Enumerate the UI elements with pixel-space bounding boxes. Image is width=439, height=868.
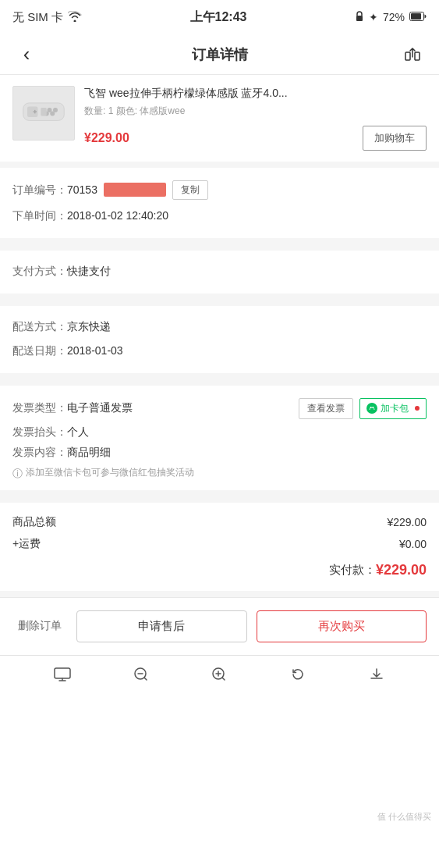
invoice-header-value: 个人 <box>67 425 427 439</box>
order-id-redacted <box>104 183 166 197</box>
pay-method-label: 支付方式： <box>12 263 67 279</box>
delivery-date-label: 配送日期： <box>12 343 67 359</box>
product-card: 飞智 wee拉伸手柄柠檬绿体感版 蓝牙4.0... 数量: 1 颜色: 体感版w… <box>0 75 439 168</box>
delivery-date-row: 配送日期： 2018-01-03 <box>12 343 427 359</box>
after-sale-button[interactable]: 申请售后 <box>76 610 247 642</box>
order-time-label: 下单时间： <box>12 208 67 224</box>
status-bar: 无 SIM 卡 上午12:43 ✦ 72% <box>0 0 439 34</box>
zoom-in-icon[interactable] <box>205 660 233 688</box>
subtotal-label: 商品总额 <box>12 515 56 529</box>
product-name: 飞智 wee拉伸手柄柠檬绿体感版 蓝牙4.0... <box>84 86 427 101</box>
invoice-type-value: 电子普通发票 <box>67 401 299 415</box>
total-label: 实付款： <box>329 563 376 578</box>
wechat-icon <box>366 403 377 414</box>
delete-order-button[interactable]: 删除订单 <box>12 619 67 633</box>
bluetooth-icon: ✦ <box>369 11 378 23</box>
svg-rect-2 <box>411 13 421 20</box>
total-amount: ¥229.00 <box>376 562 427 578</box>
status-right: ✦ 72% <box>355 11 427 24</box>
bottom-actions: 删除订单 申请售后 再次购买 <box>0 597 439 655</box>
invoice-type-row: 发票类型： 电子普通发票 查看发票 加卡包 <box>12 398 427 419</box>
lock-icon <box>355 11 364 24</box>
wechat-label: 加卡包 <box>381 402 409 415</box>
battery-percent: 72% <box>383 11 405 23</box>
subtotal-row: 商品总额 ¥229.00 <box>12 515 427 529</box>
svg-point-9 <box>50 111 55 116</box>
total-row: 实付款： ¥229.00 <box>12 562 427 578</box>
rebuy-button[interactable]: 再次购买 <box>257 610 427 642</box>
invoice-content-row: 发票内容： 商品明细 <box>12 446 427 460</box>
order-time-value: 2018-01-02 12:40:20 <box>67 208 427 224</box>
pay-method-value: 快捷支付 <box>67 263 427 279</box>
subtotal-amount: ¥229.00 <box>387 516 427 528</box>
order-time-row: 下单时间： 2018-01-02 12:40:20 <box>12 208 427 224</box>
carrier-text: 无 SIM 卡 <box>12 10 63 25</box>
monitor-icon[interactable] <box>48 660 76 688</box>
invoice-actions: 查看发票 加卡包 <box>299 398 427 419</box>
shipping-amount: ¥0.00 <box>399 538 427 550</box>
delivery-method-label: 配送方式： <box>12 318 67 335</box>
svg-rect-11 <box>41 108 47 116</box>
back-button[interactable]: ‹ <box>12 41 41 69</box>
download-icon[interactable] <box>363 660 391 688</box>
invoice-header-row: 发票抬头： 个人 <box>12 425 427 439</box>
refresh-icon[interactable] <box>284 660 312 688</box>
status-left: 无 SIM 卡 <box>12 10 82 25</box>
notification-dot <box>415 406 420 411</box>
delivery-date-value: 2018-01-03 <box>67 343 427 359</box>
info-icon: ⓘ <box>12 467 23 481</box>
price-summary: 商品总额 ¥229.00 +运费 ¥0.00 实付款： ¥229.00 <box>0 496 439 597</box>
product-info: 飞智 wee拉伸手柄柠檬绿体感版 蓝牙4.0... 数量: 1 颜色: 体感版w… <box>84 86 427 151</box>
product-image <box>12 86 75 141</box>
share-button[interactable] <box>398 41 427 69</box>
order-number-value: 70153 复制 <box>67 180 427 200</box>
wifi-icon <box>68 11 82 24</box>
invoice-content-label: 发票内容： <box>12 446 67 460</box>
invoice-content-value: 商品明细 <box>67 446 427 460</box>
zoom-out-icon[interactable] <box>127 660 155 688</box>
status-time: 上午12:43 <box>190 9 247 26</box>
bottom-toolbar <box>0 655 439 694</box>
nav-bar: ‹ 订单详情 <box>0 34 439 75</box>
nav-title: 订单详情 <box>192 45 248 64</box>
product-meta: 数量: 1 颜色: 体感版wee <box>84 105 427 118</box>
invoice-hint: ⓘ 添加至微信卡包可参与微信红包抽奖活动 <box>12 466 427 481</box>
pay-method-row: 支付方式： 快捷支付 <box>12 263 427 279</box>
delivery-method-row: 配送方式： 京东快递 <box>12 318 427 335</box>
shipping-row: +运费 ¥0.00 <box>12 537 427 551</box>
watermark: 值 什么值得买 <box>377 811 431 823</box>
copy-button[interactable]: 复制 <box>172 180 208 200</box>
svg-rect-4 <box>415 52 420 60</box>
order-id-prefix: 70153 <box>67 182 97 198</box>
hint-text: 添加至微信卡包可参与微信红包抽奖活动 <box>26 466 194 479</box>
order-number-row: 订单编号： 70153 复制 <box>12 180 427 200</box>
battery-icon <box>409 11 427 23</box>
invoice-section: 发票类型： 电子普通发票 查看发票 加卡包 发票抬头： 个人 发票内容： <box>0 379 439 496</box>
view-invoice-button[interactable]: 查看发票 <box>299 398 353 419</box>
delivery-method-value: 京东快递 <box>67 318 427 335</box>
wechat-wallet-button[interactable]: 加卡包 <box>359 398 427 419</box>
svg-rect-13 <box>34 110 36 114</box>
payment-section: 支付方式： 快捷支付 <box>0 244 439 300</box>
svg-rect-3 <box>405 52 410 60</box>
product-price: ¥229.00 <box>84 131 129 145</box>
svg-rect-16 <box>55 668 70 678</box>
add-to-cart-button[interactable]: 加购物车 <box>363 126 427 151</box>
svg-rect-0 <box>356 16 363 21</box>
order-no-label: 订单编号： <box>12 182 67 198</box>
invoice-header-label: 发票抬头： <box>12 425 67 439</box>
delivery-section: 配送方式： 京东快递 配送日期： 2018-01-03 <box>0 300 439 379</box>
invoice-type-label: 发票类型： <box>12 401 67 415</box>
shipping-label: +运费 <box>12 537 41 551</box>
order-info-section: 订单编号： 70153 复制 下单时间： 2018-01-02 12:40:20 <box>0 168 439 244</box>
